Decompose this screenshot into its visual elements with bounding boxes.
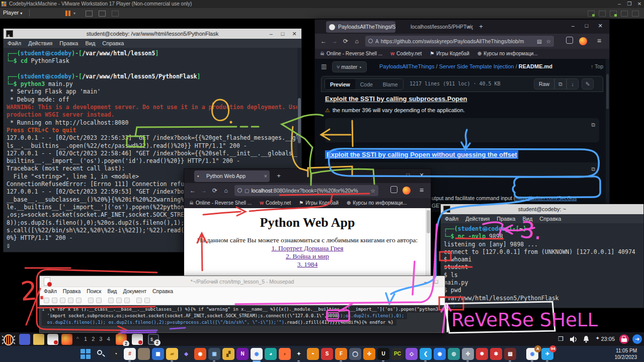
player-menu-button[interactable]: Player ▾: [3, 10, 22, 16]
search-replace-icon[interactable]: [144, 298, 150, 303]
terminal-window-netcat[interactable]: $_ student@codeby: ~ ФайлДействияПравкаВ…: [440, 204, 644, 308]
menu-item[interactable]: Файл: [44, 288, 57, 294]
pause-icon[interactable]: [68, 11, 70, 16]
terminal1-titlebar[interactable]: $_ student@codeby: /var/www/html/lesson5…: [4, 29, 301, 39]
notification-bell-icon[interactable]: [583, 335, 590, 343]
branch-selector-button[interactable]: ⑂ master ▾: [332, 61, 367, 72]
scroll-to-top-link[interactable]: ↑ Top: [591, 63, 603, 69]
maximize-button[interactable]: □: [402, 169, 414, 181]
reload-icon[interactable]: ⟳: [341, 37, 350, 46]
cut-icon[interactable]: [108, 298, 114, 303]
bookmark-item[interactable]: ⊕Курсы по информаци...: [477, 51, 538, 56]
pause-caret-icon[interactable]: ▾: [73, 11, 75, 16]
forward-icon[interactable]: →: [199, 186, 208, 195]
minimize-button[interactable]: –: [567, 20, 579, 32]
maximize-button[interactable]: □: [432, 276, 441, 287]
code-block-subprocess[interactable]: ⧉ {{''.__class__.mro()[1].__subclasses__…: [325, 118, 599, 142]
menu-item[interactable]: Действия: [28, 40, 52, 46]
copy-code-icon[interactable]: ⧉: [591, 165, 595, 173]
menu-item[interactable]: Правка: [59, 40, 78, 46]
vscode-icon[interactable]: ❮: [420, 348, 432, 360]
ssti-popen-heading[interactable]: Exploit the SSTI by calling Popen withou…: [325, 150, 518, 159]
screenlock-tray-icon[interactable]: [619, 334, 629, 344]
breadcrumb-repo[interactable]: PayloadsAllTheThings: [379, 63, 434, 69]
wings-icon[interactable]: ✣: [462, 348, 474, 360]
save-as-icon[interactable]: [68, 298, 73, 303]
bookmark-item[interactable]: wCodeby.net: [260, 200, 291, 206]
vmware-close-button[interactable]: ✕: [635, 0, 644, 8]
minimize-button[interactable]: –: [421, 276, 430, 287]
speedometer-icon[interactable]: ◔: [110, 348, 122, 360]
github-urlbar[interactable]: Ahttps://github.com/swisskyrepo/Payloads…: [365, 36, 554, 47]
bookmark-star-icon[interactable]: ☆: [371, 185, 375, 196]
back-icon[interactable]: ←: [188, 186, 197, 195]
start-button[interactable]: [79, 348, 92, 360]
tab-blame[interactable]: Blame: [378, 79, 403, 90]
menu-item[interactable]: Вид: [85, 40, 95, 46]
bookmark-item[interactable]: ⚑Игры Кодебай: [299, 200, 338, 206]
menu-item[interactable]: Справка: [539, 216, 561, 222]
firefox-window-icon[interactable]: 2: [116, 334, 127, 345]
maximize-button[interactable]: □: [278, 29, 288, 39]
obsidian-icon[interactable]: ◆: [180, 348, 192, 360]
visual-studio-icon[interactable]: ◇: [406, 348, 418, 360]
undo-icon[interactable]: [88, 298, 94, 303]
shield-icon[interactable]: [368, 39, 373, 43]
menu-item[interactable]: Правка: [497, 216, 515, 222]
home-icon[interactable]: ⌂: [352, 37, 361, 46]
menu-item[interactable]: Файл: [8, 40, 21, 46]
power-tray-icon[interactable]: ✦: [596, 335, 600, 341]
war-thunder-icon[interactable]: ✹: [476, 348, 488, 360]
ssti-subprocess-heading[interactable]: Exploit the SSTI by calling subprocess.P…: [325, 95, 467, 103]
updates-tray-icon[interactable]: ➜: [632, 334, 642, 344]
reader-view-icon[interactable]: ▤: [537, 36, 542, 47]
menu-item[interactable]: Вид: [107, 288, 117, 294]
mousepad-launcher-icon[interactable]: [47, 334, 58, 345]
copy-raw-icon[interactable]: ⧉: [554, 78, 567, 89]
shield-icon[interactable]: [237, 188, 242, 193]
breadcrumb-folder[interactable]: Server Side Template Injection: [439, 63, 514, 69]
tab-payloadsallthethings[interactable]: PayloadsAllTheThings/Se ×: [326, 21, 395, 33]
bookmark-star-icon[interactable]: ☆: [546, 36, 551, 47]
bookmark-item[interactable]: ☠Online - Reverse Shell ...: [189, 200, 252, 206]
app-menu-icon[interactable]: [19, 334, 30, 345]
menu-item[interactable]: Справка: [152, 288, 173, 294]
maps-pin-icon[interactable]: ◉: [434, 348, 446, 360]
open-file-icon[interactable]: [52, 298, 57, 303]
redo-icon[interactable]: [96, 298, 102, 303]
mousepad-titlebar[interactable]: *~/Рабочий стол/tmp_lesson_5 - Mousepad …: [40, 276, 445, 287]
mousepad-editor[interactable]: 1 {% for x in ().__class__.__base__.__su…: [40, 305, 445, 332]
sidebar-toggle-icon[interactable]: ▥: [321, 63, 327, 70]
mousepad-window[interactable]: *~/Рабочий стол/tmp_lesson_5 - Mousepad …: [39, 276, 445, 333]
tab-close-icon[interactable]: ×: [264, 170, 267, 182]
menu-item[interactable]: Правка: [63, 288, 80, 294]
new-tab-button[interactable]: +: [476, 22, 486, 32]
unreal-icon[interactable]: U: [377, 348, 389, 360]
tab-preview[interactable]: Preview: [325, 79, 355, 90]
book-link[interactable]: 1. Портрет Дориана Грея: [184, 244, 431, 252]
close-button[interactable]: ✕: [594, 20, 606, 32]
hamburger-menu-icon[interactable]: ≡: [597, 37, 601, 45]
menu-item[interactable]: Справка: [102, 40, 124, 46]
firefox-account-icon[interactable]: [579, 37, 587, 45]
slack-icon[interactable]: #: [124, 348, 136, 360]
edge-icon[interactable]: ◕: [265, 348, 277, 360]
paste-icon[interactable]: [124, 298, 130, 303]
file-manager-icon[interactable]: [33, 334, 44, 345]
search-icon[interactable]: [136, 298, 142, 303]
tab-localhost-phptwig[interactable]: localhost/lesson5/PHPTwig/i ×: [398, 21, 473, 33]
webapp-scrollbar[interactable]: [426, 208, 431, 284]
codeby-logo[interactable]: [2, 333, 15, 346]
raw-button[interactable]: Raw: [534, 78, 554, 89]
pocket-icon[interactable]: [390, 186, 397, 193]
menu-item[interactable]: Вид: [522, 216, 532, 222]
shotcut-icon[interactable]: S: [321, 348, 333, 360]
photo-portrait-icon[interactable]: [138, 348, 150, 360]
firefox-account-icon[interactable]: [403, 187, 411, 195]
firefox-icon[interactable]: ◗: [279, 348, 291, 360]
telegram-icon[interactable]: ✈ 94: [541, 348, 553, 360]
onenote-icon[interactable]: N: [236, 348, 249, 360]
new-tab-button[interactable]: +: [274, 171, 284, 181]
bookmark-item[interactable]: ⚑Игры Кодебай: [430, 51, 469, 56]
terminal2-titlebar[interactable]: $_ student@codeby: ~: [441, 204, 643, 214]
